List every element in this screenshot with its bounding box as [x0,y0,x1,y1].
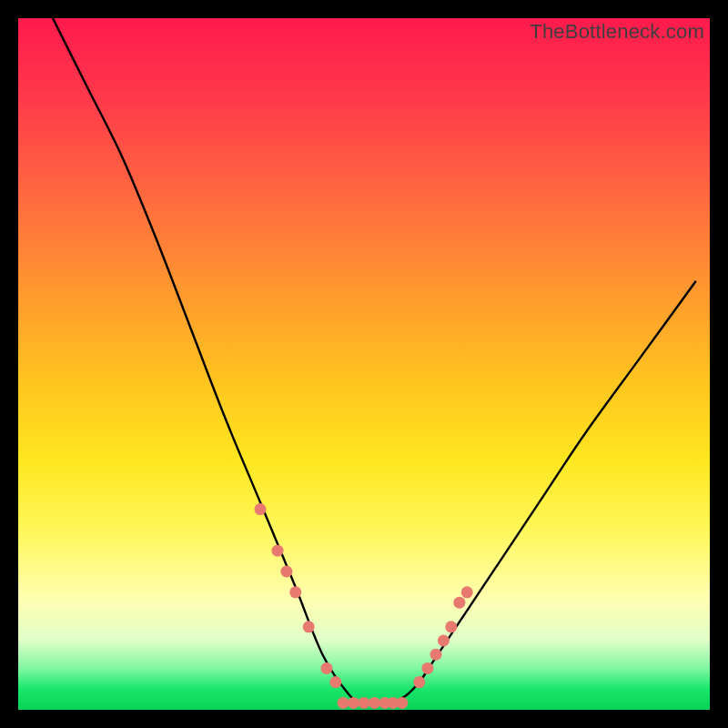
curve-marker [320,662,332,674]
curve-marker [272,545,284,557]
curve-marker [445,621,457,632]
curve-marker [289,586,301,598]
curve-marker [338,697,349,709]
curve-marker [255,503,267,515]
curve-marker [359,697,370,709]
curve-layer [18,18,710,710]
plot-area: TheBottleneck.com [18,18,710,710]
chart-frame: TheBottleneck.com [18,18,710,710]
curve-marker [348,697,359,709]
curve-marker [396,697,408,709]
bottleneck-curve [53,18,696,703]
curve-markers [255,503,473,709]
bottleneck-curve-path [53,18,696,703]
curve-marker [303,621,315,632]
curve-marker [430,649,442,661]
watermark-text: TheBottleneck.com [530,20,704,44]
curve-marker [280,566,292,578]
curve-marker [461,586,473,598]
curve-marker [329,676,341,688]
curve-marker [421,662,433,674]
curve-marker [438,635,450,647]
curve-marker [453,597,465,609]
curve-marker [413,676,425,688]
curve-marker [369,697,380,709]
